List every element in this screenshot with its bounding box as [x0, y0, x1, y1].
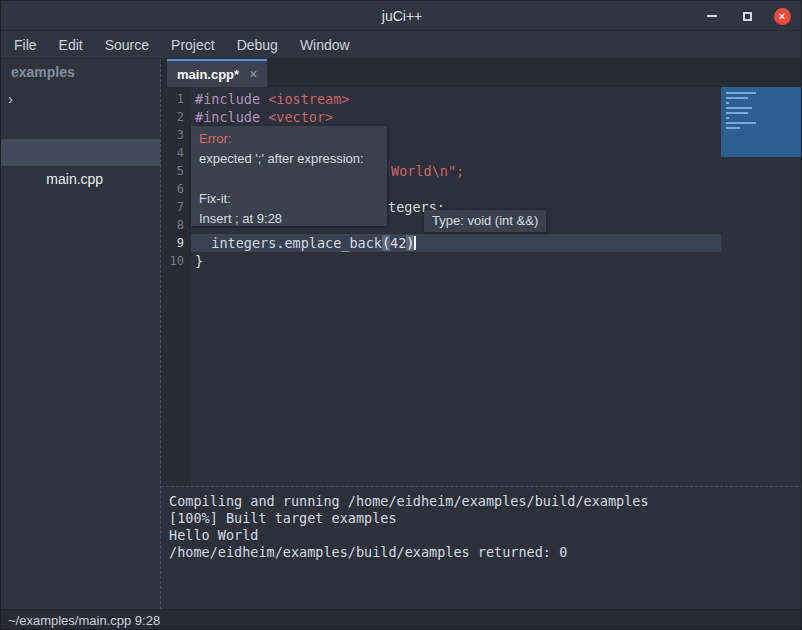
- file-tree-panel: examples › build CMakeLists.txt main.cpp: [1, 59, 161, 609]
- line-number-gutter: 1 2 3 4 5 6 7 8 9 10: [161, 87, 191, 486]
- type-tooltip: Type: void (int &&): [424, 210, 546, 232]
- preprocessor-token: #include: [195, 109, 268, 125]
- line-number: 6: [161, 180, 191, 198]
- code-line-2[interactable]: #include <vector>: [191, 108, 721, 126]
- matched-close-paren: ): [406, 235, 414, 251]
- juci-window: juCi++ × File Edit Source Project Debug …: [0, 0, 802, 630]
- code-line-10[interactable]: }: [191, 252, 721, 270]
- line-number: 2: [161, 108, 191, 126]
- code-line-1[interactable]: #include <iostream>: [191, 90, 721, 108]
- fixit-label: Fix-it:: [199, 189, 379, 209]
- error-label: Error:: [199, 129, 379, 149]
- line-number: 1: [161, 90, 191, 108]
- error-message: expected ';' after expression:: [199, 149, 379, 169]
- text-cursor: [414, 236, 416, 250]
- code-token: }: [195, 253, 203, 269]
- terminal-panel[interactable]: Compiling and running /home/eidheim/exam…: [161, 486, 802, 609]
- menu-window[interactable]: Window: [289, 31, 361, 59]
- close-button[interactable]: ×: [773, 7, 791, 25]
- titlebar[interactable]: juCi++ ×: [1, 1, 802, 31]
- minimize-icon: [707, 15, 717, 17]
- line-number: 10: [161, 252, 191, 270]
- menu-source[interactable]: Source: [94, 31, 160, 59]
- restore-button[interactable]: [738, 7, 756, 25]
- minimap-code-preview: [726, 92, 802, 129]
- argument-token: 42: [390, 235, 406, 251]
- tab-bar: main.cpp* ×: [161, 59, 802, 87]
- minimap[interactable]: [721, 87, 802, 486]
- include-header-token: <iostream>: [268, 91, 349, 107]
- tree-item-main-cpp[interactable]: main.cpp: [1, 139, 160, 166]
- line-number: 3: [161, 126, 191, 144]
- line-number-current: 9: [161, 234, 191, 252]
- terminal-line: /home/eidheim/examples/build/examples re…: [169, 544, 802, 561]
- tree-item-cmakelists[interactable]: CMakeLists.txt: [1, 112, 160, 139]
- string-token: World\n";: [391, 163, 464, 179]
- terminal-line: Hello World: [169, 527, 802, 544]
- line-number: 8: [161, 216, 191, 234]
- terminal-line: [100%] Built target examples: [169, 510, 802, 527]
- line-number: 5: [161, 162, 191, 180]
- chevron-right-icon: ›: [8, 85, 13, 112]
- status-bar: ~/examples/main.cpp 9:28 1 error, 1 fix …: [1, 609, 802, 630]
- menu-project[interactable]: Project: [160, 31, 226, 59]
- matched-open-paren: (: [382, 235, 390, 251]
- line-number: 7: [161, 198, 191, 216]
- restore-icon: [743, 12, 752, 21]
- minimize-button[interactable]: [703, 7, 721, 25]
- tab-label: main.cpp*: [177, 67, 239, 82]
- preprocessor-token: #include: [195, 91, 268, 107]
- project-name: examples: [1, 59, 160, 85]
- close-icon: ×: [774, 8, 791, 25]
- menu-debug[interactable]: Debug: [226, 31, 289, 59]
- menu-edit[interactable]: Edit: [48, 31, 94, 59]
- tooltip-spacer: [199, 169, 379, 189]
- menu-file[interactable]: File: [3, 31, 48, 59]
- terminal-line: Compiling and running /home/eidheim/exam…: [169, 493, 802, 510]
- tab-close-icon[interactable]: ×: [249, 67, 257, 81]
- tree-item-build[interactable]: › build: [1, 85, 160, 112]
- minimap-slider[interactable]: [721, 87, 802, 157]
- status-file-location: ~/examples/main.cpp 9:28: [8, 610, 160, 630]
- code-line-9-current[interactable]: integers.emplace_back(42): [191, 234, 721, 252]
- window-title: juCi++: [1, 1, 802, 31]
- diagnostic-tooltip: Error: expected ';' after expression: Fi…: [191, 126, 387, 226]
- fixit-message: Insert ; at 9:28: [199, 209, 379, 229]
- code-token: integers.emplace_back: [195, 235, 382, 251]
- diagnostic-summary: 1 error, 1 fix it: [556, 610, 656, 630]
- menubar: File Edit Source Project Debug Window: [1, 31, 802, 59]
- line-number: 4: [161, 144, 191, 162]
- include-header-token: <vector>: [268, 109, 333, 125]
- tree-item-label: main.cpp: [46, 171, 103, 187]
- window-controls: ×: [703, 1, 791, 31]
- tab-main-cpp[interactable]: main.cpp* ×: [167, 59, 267, 87]
- editor-panel[interactable]: 1 2 3 4 5 6 7 8 9 10 #include <iostream>…: [161, 87, 802, 486]
